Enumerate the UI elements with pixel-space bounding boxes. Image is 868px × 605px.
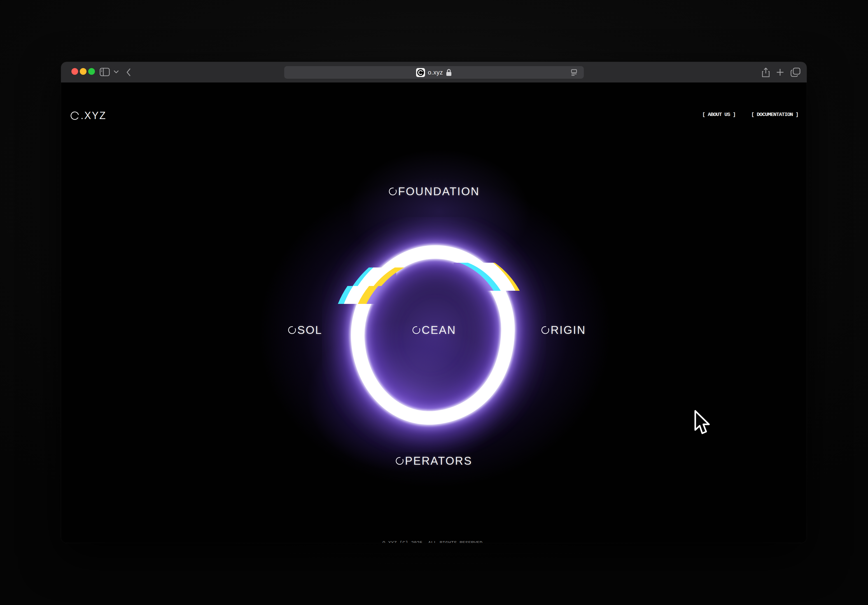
orbit-item-label: SOL <box>298 324 322 337</box>
back-icon[interactable] <box>126 68 131 76</box>
tab-overview-icon[interactable] <box>790 68 801 77</box>
page-content: .XYZ [ ABOUT US ] [ DOCUMENTATION ] FOUN… <box>61 83 807 543</box>
share-icon[interactable] <box>762 68 770 78</box>
url-text: o.xyz <box>428 69 443 76</box>
address-bar[interactable]: o.xyz <box>284 66 584 79</box>
page-settings-icon[interactable] <box>570 69 578 76</box>
page-footer: O.XYZ [C] 2025. ALL RIGHTS RESERVED. O,S… <box>61 540 807 543</box>
site-logo[interactable]: .XYZ <box>70 110 106 121</box>
mouse-cursor <box>694 410 712 436</box>
browser-window: o.xyz <box>61 62 807 543</box>
copyright-line: O.XYZ [C] 2025. ALL RIGHTS RESERVED. <box>61 540 807 543</box>
orbit-item-ocean[interactable]: CEAN <box>412 324 456 337</box>
ring-icon <box>541 326 550 334</box>
lock-icon <box>446 68 452 76</box>
chevron-down-icon[interactable] <box>114 70 119 74</box>
orbit-item-operators[interactable]: PERATORS <box>395 455 472 467</box>
site-header: .XYZ [ ABOUT US ] [ DOCUMENTATION ] <box>61 110 807 121</box>
logo-text: .XYZ <box>81 110 106 121</box>
minimize-window-button[interactable] <box>80 68 87 75</box>
ring-icon <box>395 456 404 465</box>
sidebar-icon[interactable] <box>100 68 110 76</box>
ring-icon <box>288 326 296 334</box>
zoom-window-button[interactable] <box>88 68 95 75</box>
orbit-item-sol[interactable]: SOL <box>288 324 322 337</box>
orbit-item-label: RIGIN <box>550 324 586 337</box>
orbit-item-foundation[interactable]: FOUNDATION <box>388 185 480 198</box>
ring-icon <box>388 187 397 196</box>
orbit-item-label: FOUNDATION <box>398 185 480 198</box>
top-nav: [ ABOUT US ] [ DOCUMENTATION ] <box>702 112 798 118</box>
nav-documentation[interactable]: [ DOCUMENTATION ] <box>751 112 798 118</box>
ring-icon <box>70 111 79 121</box>
orbit-item-label: CEAN <box>422 324 456 337</box>
favicon <box>416 68 425 77</box>
orbit-item-label: PERATORS <box>405 455 472 467</box>
nav-about-us[interactable]: [ ABOUT US ] <box>702 112 736 118</box>
close-window-button[interactable] <box>71 68 78 75</box>
browser-titlebar: o.xyz <box>61 62 807 83</box>
orbit-item-origin[interactable]: RIGIN <box>541 324 586 337</box>
ring-icon <box>412 326 421 334</box>
new-tab-icon[interactable] <box>776 68 784 76</box>
